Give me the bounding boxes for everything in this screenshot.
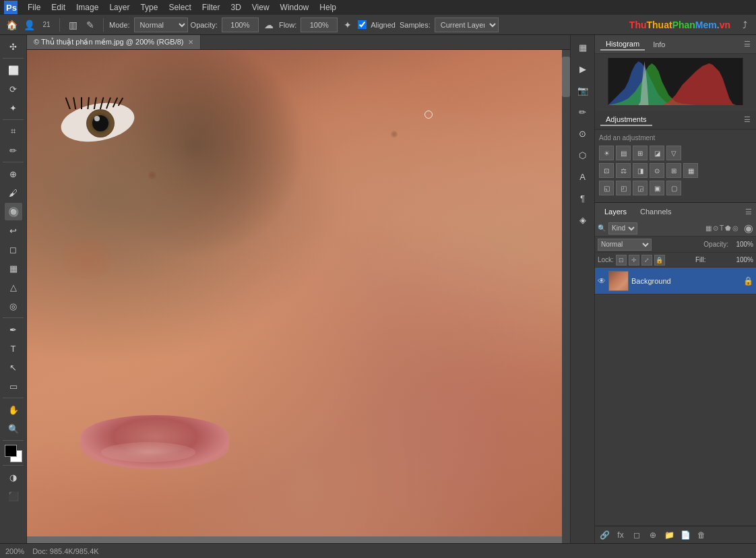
brush-tool-icon[interactable]: ✎ xyxy=(83,18,98,32)
zoom-tool[interactable]: 🔍 xyxy=(5,420,22,437)
shape-tool[interactable]: ▭ xyxy=(5,377,22,395)
blur-tool[interactable]: △ xyxy=(5,278,22,296)
adj-filter-icon[interactable]: ⊙ xyxy=(713,224,718,232)
delete-layer-icon[interactable]: 🗑 xyxy=(695,528,708,542)
menu-3d[interactable]: 3D xyxy=(226,1,245,13)
levels-icon[interactable]: ▤ xyxy=(616,146,631,160)
move-tool[interactable]: ✣ xyxy=(5,38,22,55)
crop-tool[interactable]: ⌗ xyxy=(5,123,22,140)
menu-view[interactable]: View xyxy=(247,1,274,13)
group-layers-icon[interactable]: 📁 xyxy=(662,528,676,542)
filter-toggle[interactable]: ◉ xyxy=(744,222,753,235)
link-layers-icon[interactable]: 🔗 xyxy=(598,528,611,542)
menu-image[interactable]: Image xyxy=(71,1,103,13)
opacity-icon[interactable]: ☁ xyxy=(261,18,276,32)
screen-mode-tool[interactable]: ⬛ xyxy=(5,487,22,505)
histogram-icon[interactable]: ▦ xyxy=(573,38,592,57)
eraser-tool[interactable]: ◻ xyxy=(5,241,22,258)
new-layer-icon[interactable]: 📄 xyxy=(679,528,692,542)
clone-stamp-tool[interactable]: 🔘 xyxy=(5,203,22,220)
paths-icon[interactable]: ⬡ xyxy=(573,146,592,164)
info-tab[interactable]: Info xyxy=(648,39,670,50)
spot-healing-tool[interactable]: ⊕ xyxy=(5,165,22,183)
channel-mixer-icon[interactable]: ⊞ xyxy=(666,163,681,178)
threshold-icon[interactable]: ◲ xyxy=(633,181,648,195)
hand-tool[interactable]: ✋ xyxy=(5,401,22,418)
aligned-checkbox[interactable] xyxy=(358,20,367,29)
scrollbar-thumb[interactable] xyxy=(562,57,570,97)
clone-panel-icon[interactable]: ⊙ xyxy=(573,124,592,143)
brightness-contrast-icon[interactable]: ☀ xyxy=(599,146,614,160)
airbrush-icon[interactable]: ✦ xyxy=(340,18,355,32)
layers-tab[interactable]: Layers xyxy=(599,206,632,217)
shape-filter-icon[interactable]: ⬟ xyxy=(725,224,731,232)
gradient-map-icon[interactable]: ▣ xyxy=(650,181,664,195)
foreground-color[interactable] xyxy=(5,445,17,457)
color-lookup-icon[interactable]: ▦ xyxy=(683,163,698,178)
tab-close-button[interactable]: ✕ xyxy=(188,38,193,46)
channels-tab[interactable]: Channels xyxy=(635,206,676,217)
char-icon[interactable]: A xyxy=(573,167,592,186)
magic-wand-tool[interactable]: ✦ xyxy=(5,99,22,117)
play-icon[interactable]: ▶ xyxy=(573,59,592,78)
lock-position-icon[interactable]: ✛ xyxy=(629,255,639,266)
invert-icon[interactable]: ◱ xyxy=(599,181,614,195)
layer-fx-icon[interactable]: fx xyxy=(614,528,627,542)
bw-icon[interactable]: ◨ xyxy=(633,163,648,178)
user-icon[interactable]: 👤 xyxy=(22,18,36,32)
kind-filter-select[interactable]: Kind xyxy=(608,222,637,235)
eyedropper-tool[interactable]: ✏ xyxy=(5,142,22,159)
flow-input[interactable] xyxy=(301,18,338,32)
color-balance-icon[interactable]: ⚖ xyxy=(616,163,631,178)
pen-tool[interactable]: ✒ xyxy=(5,321,22,338)
adjustments-menu-icon[interactable]: ☰ xyxy=(744,115,751,124)
pixel-filter-icon[interactable]: ▦ xyxy=(705,224,712,232)
color-swatches[interactable] xyxy=(5,445,22,462)
curves-icon[interactable]: ⊞ xyxy=(633,146,648,160)
history-brush-tool[interactable]: ↩ xyxy=(5,222,22,239)
layers-menu-icon[interactable]: ☰ xyxy=(745,208,752,216)
histogram-tab[interactable]: Histogram xyxy=(600,38,645,51)
marquee-tool[interactable]: ⬜ xyxy=(5,61,22,79)
selective-color-icon[interactable]: ▢ xyxy=(666,181,681,195)
vibrance-icon[interactable]: ▽ xyxy=(666,146,681,160)
layer-visibility-toggle[interactable]: 👁 xyxy=(598,276,606,286)
document-tab[interactable]: © Thủ thuật phần mềm.jpg @ 200% (RGB/8) … xyxy=(27,35,201,49)
3d-icon[interactable]: ◈ xyxy=(573,210,592,229)
histogram-menu-icon[interactable]: ☰ xyxy=(744,40,751,49)
path-select-tool[interactable]: ↖ xyxy=(5,359,22,376)
opacity-input[interactable] xyxy=(222,18,259,32)
add-mask-icon[interactable]: ◻ xyxy=(630,528,643,542)
canvas-scroll-area[interactable] xyxy=(27,50,570,543)
posterize-icon[interactable]: ◰ xyxy=(616,181,631,195)
smart-filter-icon[interactable]: ◎ xyxy=(732,224,738,232)
menu-window[interactable]: Window xyxy=(276,1,314,13)
lock-pixels-icon[interactable]: ⊡ xyxy=(616,255,627,266)
menu-select[interactable]: Select xyxy=(164,1,195,13)
blend-mode-select[interactable]: Normal xyxy=(598,239,652,251)
mode-select[interactable]: Normal xyxy=(134,18,188,32)
menu-filter[interactable]: Filter xyxy=(197,1,225,13)
lock-artboards-icon[interactable]: ⤢ xyxy=(641,255,652,266)
brush-panel-icon[interactable]: ✏ xyxy=(573,102,592,121)
menu-help[interactable]: Help xyxy=(315,1,341,13)
home-icon[interactable]: 🏠 xyxy=(4,18,19,32)
lasso-tool[interactable]: ⟳ xyxy=(5,80,22,98)
adjustment-layer-icon[interactable]: ⊕ xyxy=(646,528,660,542)
exposure-icon[interactable]: ◪ xyxy=(650,146,664,160)
layer-background[interactable]: 👁 Background 🔒 xyxy=(595,268,756,294)
para-icon[interactable]: ¶ xyxy=(573,189,592,208)
share-icon[interactable]: ⤴ xyxy=(737,18,752,32)
hsl-icon[interactable]: ⊡ xyxy=(599,163,614,178)
brush-preset-icon[interactable]: ▥ xyxy=(65,18,80,32)
type-tool[interactable]: T xyxy=(5,340,22,357)
menu-file[interactable]: File xyxy=(23,1,45,13)
brush-tool[interactable]: 🖌 xyxy=(5,184,22,202)
gradient-tool[interactable]: ▦ xyxy=(5,259,22,277)
menu-type[interactable]: Type xyxy=(135,1,162,13)
camera-icon[interactable]: 📷 xyxy=(573,81,592,100)
photo-filter-icon[interactable]: ⊙ xyxy=(650,163,664,178)
type-filter-icon[interactable]: T xyxy=(720,224,724,232)
lock-all-icon[interactable]: 🔒 xyxy=(654,255,665,266)
vertical-scrollbar[interactable] xyxy=(562,50,570,543)
